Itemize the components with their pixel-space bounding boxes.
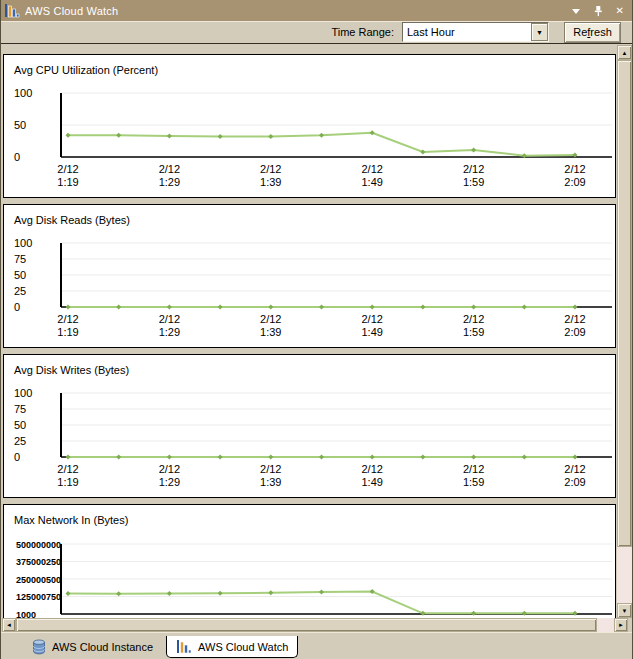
vertical-scroll-thumb[interactable] [617, 60, 632, 547]
chart-title: Avg Disk Reads (Bytes) [14, 214, 130, 226]
svg-text:1:59: 1:59 [463, 476, 484, 488]
svg-text:2/12: 2/12 [57, 463, 78, 475]
svg-text:2/12: 2/12 [564, 463, 585, 475]
svg-text:100: 100 [14, 387, 32, 399]
svg-text:25: 25 [14, 285, 26, 297]
time-range-select[interactable]: Last Hour ▼ [402, 22, 549, 42]
window-title: AWS Cloud Watch [25, 5, 567, 17]
chart-disk-reads: 10075502502/121:192/121:292/121:392/121:… [3, 204, 616, 348]
bar-chart-icon [176, 640, 192, 654]
horizontal-scroll-thumb[interactable] [16, 618, 597, 632]
svg-text:75: 75 [14, 403, 26, 415]
scroll-down-button[interactable]: ▼ [617, 603, 632, 618]
combo-dropdown-button[interactable]: ▼ [531, 23, 548, 41]
svg-text:50: 50 [14, 419, 26, 431]
tab-label: AWS Cloud Instance [52, 641, 153, 653]
svg-text:1:59: 1:59 [463, 176, 484, 188]
chart-title: Avg CPU Utilization (Percent) [14, 64, 158, 76]
svg-text:1:59: 1:59 [463, 326, 484, 338]
svg-text:2/12: 2/12 [260, 313, 281, 325]
chart-disk-writes: 10075502502/121:192/121:292/121:392/121:… [3, 354, 616, 498]
horizontal-scroll-track[interactable] [597, 618, 614, 632]
svg-text:1:49: 1:49 [361, 326, 382, 338]
time-range-label: Time Range: [331, 26, 394, 38]
chart-cpu-utilization: 1005002/121:192/121:292/121:392/121:492/… [3, 54, 616, 198]
svg-text:75: 75 [14, 253, 26, 265]
close-icon[interactable]: ✕ [616, 6, 624, 16]
svg-text:2/12: 2/12 [463, 163, 484, 175]
bar-chart-icon [4, 4, 20, 18]
tab-label: AWS Cloud Watch [198, 641, 288, 653]
svg-text:0: 0 [14, 451, 20, 463]
svg-text:1:29: 1:29 [159, 476, 180, 488]
svg-text:1:29: 1:29 [159, 176, 180, 188]
svg-text:2/12: 2/12 [361, 163, 382, 175]
svg-text:2/12: 2/12 [564, 313, 585, 325]
scroll-left-button[interactable]: ◄ [2, 618, 16, 632]
refresh-button[interactable]: Refresh [564, 22, 621, 43]
svg-text:1:49: 1:49 [361, 476, 382, 488]
vertical-scrollbar[interactable]: ▲ ▼ [617, 45, 632, 618]
svg-text:1000: 1000 [16, 610, 36, 619]
svg-text:50: 50 [14, 119, 26, 131]
svg-text:2/12: 2/12 [463, 463, 484, 475]
svg-text:2:09: 2:09 [564, 476, 585, 488]
svg-text:2/12: 2/12 [159, 463, 180, 475]
scroll-right-button[interactable]: ► [614, 618, 628, 632]
svg-text:0: 0 [14, 151, 20, 163]
cpu-chart-plot: 1005002/121:192/121:292/121:392/121:492/… [4, 55, 615, 197]
svg-text:2/12: 2/12 [159, 313, 180, 325]
svg-text:1:19: 1:19 [57, 176, 78, 188]
svg-text:0: 0 [14, 301, 20, 313]
titlebar: AWS Cloud Watch ✕ [1, 0, 632, 22]
svg-text:2/12: 2/12 [564, 163, 585, 175]
tab-aws-cloud-watch[interactable]: AWS Cloud Watch [166, 636, 298, 658]
svg-text:2/12: 2/12 [361, 313, 382, 325]
svg-text:1:49: 1:49 [361, 176, 382, 188]
chart-list: 1005002/121:192/121:292/121:392/121:492/… [2, 44, 617, 618]
chart-network-in: 5000000003750002502500005001250007501000… [3, 504, 616, 618]
svg-text:50: 50 [14, 269, 26, 281]
scroll-right-icon: ► [618, 622, 624, 628]
svg-text:125000750: 125000750 [16, 592, 61, 602]
svg-text:2/12: 2/12 [57, 163, 78, 175]
svg-text:1:29: 1:29 [159, 326, 180, 338]
chevron-down-icon: ▼ [536, 29, 543, 36]
pin-icon[interactable] [592, 5, 604, 17]
chart-title: Max Network In (Bytes) [14, 514, 128, 526]
svg-text:100: 100 [14, 237, 32, 249]
database-icon [32, 639, 46, 655]
time-range-value[interactable]: Last Hour [403, 23, 531, 41]
charts-viewport: 1005002/121:192/121:292/121:392/121:492/… [1, 44, 632, 632]
vertical-scroll-track[interactable] [617, 547, 632, 603]
svg-text:100: 100 [14, 87, 32, 99]
svg-text:2/12: 2/12 [57, 313, 78, 325]
svg-text:2/12: 2/12 [463, 313, 484, 325]
svg-text:2/12: 2/12 [260, 163, 281, 175]
svg-text:250000500: 250000500 [16, 575, 61, 585]
disk-reads-plot: 10075502502/121:192/121:292/121:392/121:… [4, 205, 615, 347]
svg-text:25: 25 [14, 435, 26, 447]
toolbar: Time Range: Last Hour ▼ Refresh [1, 22, 632, 44]
svg-text:1:39: 1:39 [260, 176, 281, 188]
chart-title: Avg Disk Writes (Bytes) [14, 364, 129, 376]
svg-text:1:19: 1:19 [57, 476, 78, 488]
svg-text:2/12: 2/12 [260, 463, 281, 475]
svg-text:1:39: 1:39 [260, 326, 281, 338]
svg-text:2:09: 2:09 [564, 176, 585, 188]
svg-text:1:39: 1:39 [260, 476, 281, 488]
scroll-left-icon: ◄ [6, 622, 12, 628]
scroll-up-icon: ▲ [622, 50, 628, 56]
tab-aws-cloud-instance[interactable]: AWS Cloud Instance [23, 636, 162, 658]
svg-text:500000000: 500000000 [16, 540, 61, 550]
scroll-down-icon: ▼ [622, 608, 628, 614]
disk-writes-plot: 10075502502/121:192/121:292/121:392/121:… [4, 355, 615, 497]
svg-text:1:19: 1:19 [57, 326, 78, 338]
tabstrip: AWS Cloud Instance AWS Cloud Watch [1, 632, 632, 659]
aws-cloud-watch-window: AWS Cloud Watch ✕ Time Range: Last Hour … [0, 0, 633, 659]
horizontal-scrollbar[interactable]: ◄ ► [2, 618, 628, 632]
svg-text:2/12: 2/12 [361, 463, 382, 475]
scroll-up-button[interactable]: ▲ [617, 45, 632, 60]
svg-text:2/12: 2/12 [159, 163, 180, 175]
chevron-down-icon[interactable] [572, 9, 580, 14]
